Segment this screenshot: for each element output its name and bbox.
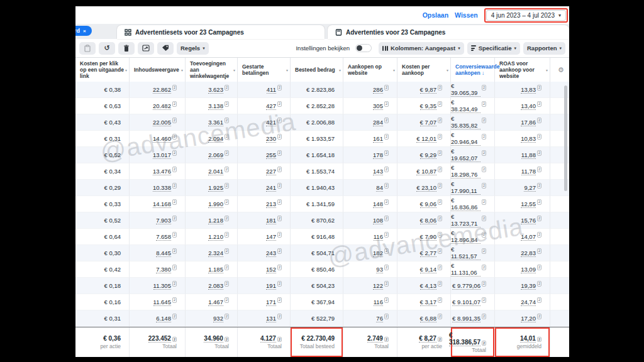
chevron-down-icon: ▾ — [559, 46, 562, 51]
column-header-6[interactable]: Aankopen op website▾ — [343, 58, 397, 82]
table-row[interactable]: € 0,316.148293221312€ 522,79762€ 6,882€ … — [75, 310, 569, 327]
table-row[interactable]: € 0,4322.00523.36124212€ 2.006,882842€ 7… — [75, 114, 569, 131]
table-cell: 11.3052 — [130, 278, 186, 294]
info-badge: 2 — [277, 232, 282, 238]
info-badge: 2 — [225, 118, 229, 123]
table-cell: 1432 — [343, 163, 397, 180]
info-badge: 2 — [277, 337, 282, 342]
column-header-3[interactable]: Toevoegingen aan winkelwagentje▾ — [186, 58, 238, 82]
delete-button[interactable] — [118, 42, 135, 55]
table-row[interactable]: € 0,5213.01722.06922552€ 1.654,181782€ 9… — [75, 147, 569, 163]
table-row[interactable]: € 0,427.38021.18521522€ 850,46932€ 9,142… — [75, 261, 569, 278]
columns-button[interactable]: Kolommen: Aangepast ▾ — [379, 42, 464, 55]
table-row[interactable]: € 0,3314.16821.99022132€ 1.341,591482€ 9… — [75, 196, 569, 212]
column-settings-gear-icon[interactable]: ⚙ — [550, 58, 569, 82]
table-row[interactable]: € 0,3114.46022.09422302€ 1.933,571612€ 1… — [75, 131, 569, 147]
table-cell: 9,272 — [495, 180, 550, 196]
table-cell: 1712 — [238, 294, 291, 310]
table-cell: € 13.723,712 — [451, 212, 495, 229]
total-value: € 22.730,49 — [301, 335, 335, 342]
column-header-8[interactable]: Conversiewaarde aankopen ↓▾ — [451, 58, 495, 82]
table-row[interactable]: € 0,647.65821.21021472€ 916,481162€ 7,90… — [75, 229, 569, 245]
row-gutter — [550, 261, 569, 278]
table-cell: € 367,94 — [291, 294, 343, 310]
table-cell: € 1.341,59 — [291, 196, 343, 212]
table-cell: € 17.990,112 — [451, 180, 495, 196]
info-badge: 2 — [225, 232, 229, 238]
info-badge: 2 — [384, 232, 389, 238]
table-cell: 17,202 — [495, 310, 550, 327]
clear-link[interactable]: Wissen — [455, 11, 478, 19]
info-badge: 2 — [438, 216, 442, 221]
table-cell: 8.4452 — [130, 245, 186, 261]
column-header-4[interactable]: Gestarte betalingen▾ — [238, 58, 291, 82]
table-cell: € 0,30 — [75, 245, 130, 261]
info-badge: 2 — [438, 281, 442, 287]
row-gutter — [550, 196, 569, 212]
table-cell: 7.9032 — [130, 212, 186, 229]
table-cell: 17,862 — [495, 114, 550, 131]
undo-button[interactable]: ↺ — [99, 42, 115, 55]
table-row[interactable]: € 0,3822.86223.62324112€ 2.823,862862€ 9… — [75, 82, 569, 98]
table-row[interactable]: € 0,6320.48223.13824272€ 2.852,283052€ 9… — [75, 98, 569, 114]
rules-button[interactable]: Regels ▾ — [177, 42, 209, 55]
reports-button[interactable]: Rapporten ▾ — [523, 42, 565, 55]
table-cell: € 9,142 — [397, 261, 451, 278]
info-badge: 2 — [172, 101, 177, 107]
table-cell: 15,762 — [495, 212, 550, 229]
duplicate-button[interactable] — [79, 42, 96, 55]
close-icon[interactable]: × — [83, 28, 86, 34]
table-cell: € 2,772 — [397, 245, 451, 261]
info-badge: 2 — [537, 216, 541, 221]
table-totals-row: € 0,36per actie223.4522Totaal34.9602Tota… — [75, 327, 569, 357]
table-cell: 4212 — [238, 114, 291, 131]
table-cell: 1.2182 — [186, 212, 238, 229]
save-link[interactable]: Opslaan — [423, 11, 448, 19]
info-badge: 2 — [277, 167, 282, 172]
table-cell: € 38.234,492 — [451, 98, 495, 114]
row-gutter — [550, 278, 569, 294]
table-cell: € 23,102 — [397, 180, 451, 196]
table-row[interactable]: € 0,1811.30522.08321912€ 504,231222€ 4,1… — [75, 278, 569, 294]
table-row[interactable]: € 0,2910.33821.92522412€ 1.940,43842€ 23… — [75, 180, 569, 196]
tab-ads[interactable]: Advertenties voor 23 Campagnes — [328, 25, 569, 39]
table-cell: € 39.065,392 — [451, 82, 495, 98]
tab-adsets[interactable]: Advertentiesets voor 23 Campagnes — [117, 25, 325, 39]
total-cell: € 0,36per actie — [75, 327, 130, 357]
table-row[interactable]: € 0,527.90321.21821812€ 870,621082€ 8,06… — [75, 212, 569, 229]
table-cell: 1912 — [238, 278, 291, 294]
vertical-scrollbar[interactable] — [564, 85, 567, 191]
info-badge: 2 — [277, 314, 282, 319]
info-badge: 2 — [172, 232, 177, 238]
column-header-1[interactable]: Kosten per klik op een uitgaande link▾ — [75, 58, 130, 82]
info-badge: 2 — [172, 314, 177, 319]
table-row[interactable]: € 0,308.44522.32422432€ 504,711822€ 2,77… — [75, 245, 569, 261]
breakdown-button[interactable]: Specificatie ▾ — [467, 42, 520, 55]
column-header-7[interactable]: Kosten per aankoop▾ — [397, 58, 451, 82]
info-badge: 2 — [537, 101, 541, 107]
table-row[interactable]: € 0,3413.47622.04122272€ 1.553,741432€ 1… — [75, 163, 569, 180]
total-sublabel: per actie — [421, 343, 442, 349]
sort-caret-icon: ▾ — [181, 68, 183, 72]
table-cell: 2432 — [238, 245, 291, 261]
table-row[interactable]: € 0,1611.64521.46721712€ 367,941162€ 3,1… — [75, 294, 569, 310]
column-header-5[interactable]: Besteed bedrag▾ — [291, 58, 343, 82]
column-header-2[interactable]: Inhoudsweergave▾ — [130, 58, 186, 82]
table-cell: € 0,52 — [75, 147, 130, 163]
info-badge: 2 — [482, 297, 486, 303]
total-sublabel: Totaal — [267, 343, 282, 349]
column-header-9[interactable]: ROAS voor aankoop voor website▾ — [495, 58, 550, 82]
total-sublabel: Totaal — [374, 343, 389, 349]
date-range-selector[interactable]: 4 jun 2023 – 4 jul 2023 ▾ — [486, 10, 566, 21]
view-settings-toggle[interactable] — [355, 44, 372, 52]
table-cell: € 9,352 — [397, 98, 451, 114]
ab-test-button[interactable] — [138, 42, 154, 55]
filter-pill[interactable]: erd × — [75, 26, 92, 36]
row-gutter — [550, 229, 569, 245]
table-cell: 2302 — [238, 131, 291, 147]
info-badge: 2 — [537, 232, 541, 238]
table-cell: € 0,43 — [75, 114, 130, 131]
info-badge: 2 — [384, 297, 389, 303]
tag-button[interactable] — [157, 42, 174, 55]
info-badge: 2 — [384, 134, 389, 140]
